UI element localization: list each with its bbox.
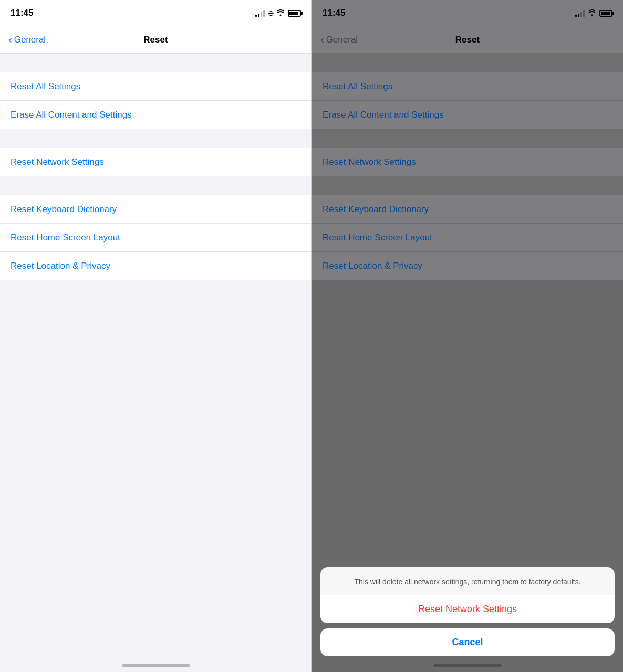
- left-reset-location[interactable]: Reset Location & Privacy: [0, 252, 312, 280]
- alert-box: This will delete all network settings, r…: [320, 567, 615, 623]
- left-nav-title: Reset: [143, 35, 168, 45]
- left-reset-all-settings-label: Reset All Settings: [11, 81, 80, 92]
- left-time: 11:45: [11, 8, 33, 18]
- left-panel: 11:45 ⊖ ‹ General Reset: [0, 0, 312, 672]
- left-reset-home-screen-label: Reset Home Screen Layout: [11, 233, 120, 243]
- left-erase-all-content[interactable]: Erase All Content and Settings: [0, 101, 312, 129]
- left-reset-keyboard-label: Reset Keyboard Dictionary: [11, 204, 117, 215]
- alert-reset-network-button[interactable]: Reset Network Settings: [320, 595, 615, 623]
- left-back-chevron: ‹: [8, 34, 12, 45]
- left-signal-icon: [255, 9, 265, 17]
- alert-cancel-button[interactable]: Cancel: [320, 628, 615, 656]
- left-reset-home-screen[interactable]: Reset Home Screen Layout: [0, 224, 312, 252]
- left-battery-icon: [288, 10, 301, 17]
- left-gap-3: [0, 176, 312, 195]
- left-status-bar: 11:45 ⊖: [0, 0, 312, 26]
- left-group-1: Reset All Settings Erase All Content and…: [0, 72, 312, 129]
- left-wifi-icon: ⊖: [268, 9, 285, 17]
- left-reset-location-label: Reset Location & Privacy: [11, 261, 110, 271]
- alert-message: This will delete all network settings, r…: [320, 567, 615, 595]
- left-reset-keyboard[interactable]: Reset Keyboard Dictionary: [0, 195, 312, 224]
- alert-sheet: This will delete all network settings, r…: [320, 567, 615, 656]
- left-reset-all-settings[interactable]: Reset All Settings: [0, 72, 312, 101]
- left-gap-2: [0, 129, 312, 148]
- left-group-3: Reset Keyboard Dictionary Reset Home Scr…: [0, 195, 312, 280]
- left-nav-bar: ‹ General Reset: [0, 26, 312, 54]
- right-panel: 11:45 ‹ General Reset: [312, 0, 623, 672]
- left-gap-1: [0, 54, 312, 72]
- left-reset-network-label: Reset Network Settings: [11, 157, 104, 167]
- left-reset-network[interactable]: Reset Network Settings: [0, 148, 312, 176]
- left-back-label: General: [14, 35, 46, 45]
- left-status-icons: ⊖: [255, 9, 301, 17]
- left-erase-all-content-label: Erase All Content and Settings: [11, 110, 132, 120]
- left-home-indicator: [122, 664, 190, 667]
- left-back-button[interactable]: ‹ General: [8, 35, 46, 45]
- left-group-2: Reset Network Settings: [0, 148, 312, 176]
